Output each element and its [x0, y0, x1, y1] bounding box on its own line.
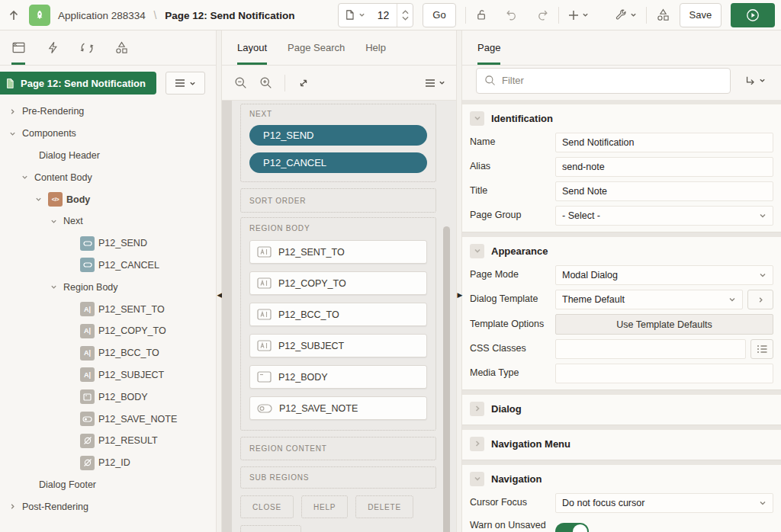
canvas-item-p12-copy-to[interactable]: P12_COPY_TO: [249, 271, 427, 295]
tree-item[interactable]: Content Body: [0, 166, 216, 188]
region-sort-order[interactable]: SORT ORDER: [240, 188, 436, 213]
canvas-scrollbar[interactable]: [443, 226, 450, 532]
tab-page[interactable]: Page: [477, 30, 500, 65]
layout-menu-button[interactable]: [425, 79, 445, 88]
tree-item[interactable]: Dialog Footer: [0, 474, 216, 496]
zoom-out-icon[interactable]: [234, 76, 247, 89]
canvas-item-p12-body[interactable]: P12_BODY: [249, 365, 427, 389]
tree-item[interactable]: Components: [0, 123, 216, 145]
tab-dynamic-actions[interactable]: [39, 30, 66, 65]
tab-processing[interactable]: [73, 30, 101, 65]
tree-item[interactable]: P12_SAVE_NOTE: [0, 408, 216, 430]
page-finder-button[interactable]: [339, 4, 371, 27]
tab-page-shared-components[interactable]: [108, 30, 135, 65]
up-level-icon[interactable]: [8, 9, 20, 21]
tree-item-label: Pre-Rendering: [22, 106, 84, 117]
canvas-button-p12-cancel[interactable]: P12_CANCEL: [249, 152, 427, 173]
section-header-identification[interactable]: Identification: [470, 108, 773, 128]
tree-item[interactable]: Dialog Header: [0, 145, 216, 167]
cursor-focus-select[interactable]: Do not focus cursor: [555, 493, 773, 513]
tree-item[interactable]: A|P12_SENT_TO: [0, 298, 216, 320]
filter-box: [476, 68, 731, 94]
collapse-right-icon[interactable]: ▶: [457, 289, 463, 301]
application-rocket-icon[interactable]: [29, 5, 50, 26]
section-header-navigation[interactable]: Navigation: [470, 469, 773, 489]
section-header-dialog[interactable]: Dialog: [470, 399, 773, 418]
position-help[interactable]: HELP: [301, 495, 348, 518]
page-mode-select[interactable]: Modal Dialog: [555, 265, 773, 285]
quick-pick-button[interactable]: [747, 290, 773, 309]
section-header-navigation-menu[interactable]: Navigation Menu: [470, 434, 773, 453]
position-close[interactable]: CLOSE: [240, 495, 294, 518]
save-button[interactable]: Save: [680, 3, 722, 27]
tree-item-label: Content Body: [34, 172, 92, 183]
alias-field[interactable]: [555, 157, 773, 177]
lov-list-icon[interactable]: [750, 339, 773, 359]
splitter-right[interactable]: ▶: [456, 30, 462, 532]
tree-item[interactable]: P12_BODY: [0, 386, 216, 408]
name-field[interactable]: [555, 133, 773, 152]
use-template-defaults-button[interactable]: Use Template Defaults: [555, 314, 773, 335]
region-body[interactable]: REGION BODY P12_SENT_TO P12_COPY_TO P12_…: [240, 217, 436, 431]
chevron-down-icon[interactable]: [470, 111, 484, 126]
tree-item[interactable]: P12_SEND: [0, 232, 216, 255]
search-icon: [484, 75, 496, 86]
region-next[interactable]: NEXT P12_SEND P12_CANCEL: [240, 104, 436, 182]
canvas-item-p12-save-note[interactable]: P12_SAVE_NOTE: [249, 396, 427, 420]
tree-item[interactable]: A|P12_SUBJECT: [0, 364, 216, 386]
splitter-left[interactable]: ◀: [216, 30, 222, 532]
run-page-button[interactable]: [731, 3, 775, 27]
page-number-stepper[interactable]: [397, 4, 413, 27]
tree-item[interactable]: P12_RESULT: [0, 430, 216, 452]
lock-icon[interactable]: [475, 8, 488, 21]
warn-on-unsaved-changes-toggle[interactable]: [555, 523, 589, 532]
tree-item[interactable]: P12_CANCEL: [0, 255, 216, 277]
dialog-template-select[interactable]: Theme Default: [555, 290, 743, 309]
region-content[interactable]: REGION CONTENT: [240, 437, 436, 460]
page-number-field[interactable]: 12: [371, 4, 397, 27]
go-button[interactable]: Go: [423, 3, 455, 27]
canvas-item-p12-subject[interactable]: P12_SUBJECT: [249, 334, 427, 357]
sub-regions[interactable]: SUB REGIONS: [240, 466, 436, 489]
tab-page-search[interactable]: Page Search: [288, 30, 345, 65]
tree-item[interactable]: Pre-Rendering: [0, 101, 216, 123]
css-classes-field[interactable]: [555, 339, 746, 359]
tree-item[interactable]: A|P12_BCC_TO: [0, 342, 216, 364]
utilities-menu-button[interactable]: [615, 9, 637, 21]
breadcrumb-app[interactable]: Application 288334: [58, 10, 146, 21]
tab-rendering[interactable]: [5, 30, 32, 65]
canvas-item-label: P12_SENT_TO: [278, 247, 345, 258]
tree-item[interactable]: Next: [0, 210, 216, 232]
tree-item[interactable]: Region Body: [0, 276, 216, 298]
canvas-item-p12-bcc-to[interactable]: P12_BCC_TO: [249, 303, 427, 326]
go-to-group-button[interactable]: [738, 75, 772, 87]
chevron-down-icon[interactable]: [470, 472, 484, 486]
tab-layout[interactable]: Layout: [237, 30, 267, 65]
tree-item[interactable]: Post-Rendering: [0, 495, 216, 518]
position-change[interactable]: CHANGE: [240, 525, 301, 532]
expand-icon[interactable]: [297, 77, 310, 89]
canvas-item-p12-sent-to[interactable]: P12_SENT_TO: [249, 240, 427, 264]
undo-icon[interactable]: [505, 8, 519, 22]
title-field[interactable]: [555, 181, 773, 201]
tab-help[interactable]: Help: [365, 30, 386, 65]
create-menu-button[interactable]: [568, 10, 589, 21]
chevron-down-icon[interactable]: [470, 244, 484, 258]
section-title: Navigation: [491, 473, 542, 485]
tree-item[interactable]: A|P12_COPY_TO: [0, 320, 216, 342]
filter-input[interactable]: [502, 75, 722, 86]
chevron-right-icon[interactable]: [470, 437, 484, 451]
redo-icon[interactable]: [535, 8, 549, 22]
shared-components-icon[interactable]: [656, 8, 670, 22]
zoom-in-icon[interactable]: [259, 76, 272, 89]
chevron-right-icon[interactable]: [470, 402, 484, 416]
position-delete[interactable]: DELETE: [355, 495, 413, 518]
page-group-select[interactable]: - Select -: [555, 206, 773, 226]
tree-item[interactable]: </>Body: [0, 188, 216, 210]
section-header-appearance[interactable]: Appearance: [470, 241, 773, 261]
tree-node-page[interactable]: Page 12: Send Notification: [0, 72, 156, 95]
media-type-field[interactable]: [555, 364, 773, 383]
canvas-button-p12-send[interactable]: P12_SEND: [249, 125, 427, 146]
tree-item[interactable]: P12_ID: [0, 452, 216, 474]
tree-menu-button[interactable]: [166, 72, 205, 95]
